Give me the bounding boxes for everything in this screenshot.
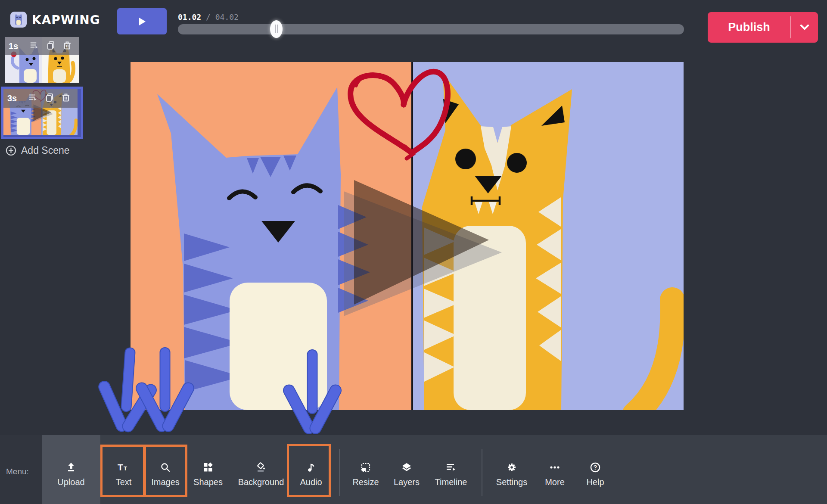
bottom-menu-bar: Menu: Upload TT Text Images Shapes Backg… bbox=[0, 435, 827, 504]
menu-item-background[interactable]: Background bbox=[237, 435, 285, 504]
menu-divider-1 bbox=[339, 449, 340, 496]
menu-item-help[interactable]: ? Help bbox=[572, 435, 619, 504]
menu-item-label: Shapes bbox=[193, 477, 223, 487]
publish-dropdown-button[interactable] bbox=[791, 12, 818, 43]
scene-reorder-icon[interactable] bbox=[28, 93, 37, 102]
menu-item-label: Settings bbox=[496, 477, 527, 487]
canvas-art bbox=[131, 62, 684, 410]
timeline-icon bbox=[445, 462, 457, 473]
scene-duplicate-icon[interactable] bbox=[47, 41, 55, 50]
menu-item-layers[interactable]: Layers bbox=[383, 435, 430, 504]
upload-icon bbox=[65, 462, 77, 473]
help-icon: ? bbox=[590, 462, 601, 473]
add-scene-button[interactable]: Add Scene bbox=[6, 145, 70, 156]
plus-circle-icon bbox=[6, 145, 16, 156]
menu-item-settings[interactable]: Settings bbox=[488, 435, 535, 504]
add-scene-label: Add Scene bbox=[21, 145, 70, 156]
scene-reorder-icon[interactable] bbox=[30, 41, 39, 50]
seek-slider-handle[interactable] bbox=[270, 20, 283, 38]
shapes-icon bbox=[202, 462, 214, 473]
menu-item-resize[interactable]: Resize bbox=[342, 435, 389, 504]
playback-time: 01.02 / 04.02 bbox=[178, 12, 239, 22]
menu-item-label: Upload bbox=[57, 477, 84, 487]
menu-prefix-strip: Menu: bbox=[0, 435, 42, 504]
menu-item-label: Resize bbox=[352, 477, 379, 487]
gear-icon bbox=[506, 462, 517, 473]
highlight-box-audio bbox=[287, 444, 331, 497]
scene-delete-icon[interactable] bbox=[62, 93, 70, 102]
layers-icon bbox=[401, 462, 412, 473]
publish-button[interactable]: Publish bbox=[708, 12, 790, 43]
menu-item-label: Timeline bbox=[435, 477, 467, 487]
highlight-box-images bbox=[144, 445, 187, 497]
time-total: 04.02 bbox=[215, 12, 239, 22]
scene-2-duration: 3s bbox=[7, 93, 17, 103]
menu-item-label: Layers bbox=[394, 477, 420, 487]
scene-thumbnail-2[interactable]: 3s bbox=[3, 89, 78, 135]
menu-divider-2 bbox=[482, 449, 482, 496]
kapwing-logo[interactable] bbox=[10, 12, 27, 28]
highlight-box-text bbox=[100, 445, 145, 497]
svg-text:?: ? bbox=[594, 464, 597, 471]
publish-button-group[interactable]: Publish bbox=[708, 12, 818, 43]
scene-delete-icon[interactable] bbox=[63, 41, 72, 50]
seek-slider-track[interactable] bbox=[178, 24, 684, 34]
resize-icon bbox=[360, 462, 371, 473]
play-button[interactable] bbox=[117, 8, 167, 34]
menu-item-label: More bbox=[545, 477, 565, 487]
menu-item-shapes[interactable]: Shapes bbox=[184, 435, 232, 504]
more-dots-icon bbox=[549, 462, 560, 473]
chevron-down-icon bbox=[800, 25, 809, 30]
scene-1-duration: 1s bbox=[9, 41, 18, 51]
scene-duplicate-icon[interactable] bbox=[45, 93, 54, 102]
cat-logo-icon bbox=[10, 12, 27, 28]
menu-item-timeline[interactable]: Timeline bbox=[427, 435, 475, 504]
scene-thumbnail-1[interactable]: 1s bbox=[5, 37, 79, 83]
video-canvas[interactable] bbox=[131, 62, 684, 410]
time-current: 01.02 bbox=[178, 12, 201, 22]
menu-item-label: Background bbox=[238, 477, 284, 487]
play-icon bbox=[138, 17, 146, 26]
menu-item-label: Help bbox=[586, 477, 604, 487]
menu-prefix-label: Menu: bbox=[6, 467, 29, 476]
brand-title: KAPWING bbox=[32, 13, 100, 27]
paint-bucket-icon bbox=[255, 462, 267, 473]
menu-item-upload[interactable]: Upload bbox=[47, 435, 95, 504]
time-separator: / bbox=[201, 12, 215, 22]
